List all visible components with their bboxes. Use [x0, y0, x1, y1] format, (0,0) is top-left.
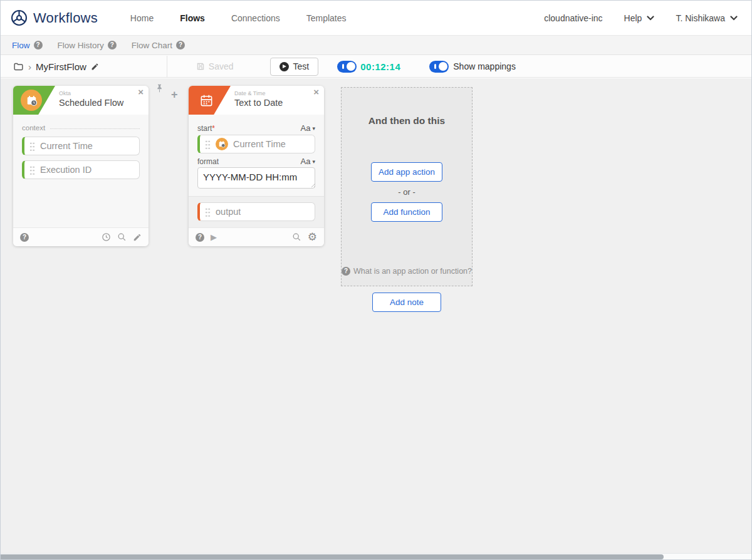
- horizontal-scrollbar-track[interactable]: [1, 553, 751, 559]
- close-icon[interactable]: ×: [313, 86, 319, 97]
- function-card-titles: Date & Time Text to Date: [234, 90, 283, 108]
- next-step-dropzone: And then do this Add app action - or - A…: [341, 87, 473, 286]
- user-name: T. Nishikawa: [676, 13, 725, 23]
- pencil-icon[interactable]: [133, 233, 142, 242]
- required-marker: *: [212, 124, 215, 133]
- trigger-card-header: Okta Scheduled Flow ×: [13, 86, 149, 115]
- start-field-row: start* Aa ▾: [197, 123, 315, 133]
- caret-down-icon: ▾: [312, 158, 315, 165]
- format-field-row: format Aa ▾: [197, 157, 315, 166]
- horizontal-scrollbar-thumb[interactable]: [1, 554, 664, 559]
- dropzone-help-text: What is an app action or function?: [353, 267, 472, 276]
- nav-templates[interactable]: Templates: [306, 13, 347, 23]
- okta-token-icon: [216, 138, 228, 150]
- app-window: Workflows Home Flows Connections Templat…: [0, 0, 752, 560]
- workflows-brand[interactable]: Workflows: [11, 9, 98, 26]
- start-type-selector[interactable]: Aa ▾: [301, 123, 315, 133]
- help-label: Help: [624, 13, 642, 23]
- drag-handle-icon[interactable]: [205, 207, 211, 217]
- dropzone-help-link[interactable]: ? What is an app action or function?: [342, 267, 472, 276]
- help-circle-icon: ?: [342, 267, 350, 276]
- show-mappings-toggle[interactable]: [429, 61, 449, 73]
- nav-flows[interactable]: Flows: [180, 13, 205, 23]
- start-value-token[interactable]: Current Time: [197, 135, 315, 153]
- search-icon[interactable]: [292, 232, 301, 242]
- test-button[interactable]: Test: [270, 58, 319, 76]
- test-play-icon: [279, 62, 289, 71]
- help-circle-icon[interactable]: ?: [108, 41, 117, 49]
- caret-down-icon: ▾: [312, 125, 315, 132]
- drag-handle-icon[interactable]: [29, 165, 35, 175]
- nav-home[interactable]: Home: [130, 13, 154, 23]
- folder-icon[interactable]: [13, 61, 24, 72]
- calendar-icon: [199, 93, 214, 108]
- schedule-clock-icon[interactable]: [102, 232, 111, 242]
- tab-flow-chart-label: Flow Chart: [132, 41, 172, 50]
- function-card-footer: ? ▶ ⚙: [189, 227, 324, 246]
- start-label: start: [197, 124, 212, 133]
- trigger-card[interactable]: Okta Scheduled Flow × context Current Ti…: [13, 86, 149, 246]
- add-app-action-button[interactable]: Add app action: [371, 162, 442, 182]
- tab-flow-chart[interactable]: Flow Chart ?: [132, 41, 185, 50]
- flow-toolbar: › MyFirstFlow Saved Test 00:12:14 Show m…: [1, 56, 751, 78]
- save-icon: [196, 62, 205, 71]
- drag-handle-icon[interactable]: [205, 140, 211, 149]
- edit-name-pencil-icon[interactable]: [91, 63, 99, 71]
- type-selector-label: Aa: [301, 157, 311, 166]
- trigger-app-label: Okta: [59, 90, 123, 96]
- format-input[interactable]: YYYY-MM-DD HH:mm: [197, 167, 315, 189]
- function-card[interactable]: Date & Time Text to Date × start* Aa ▾: [189, 86, 324, 246]
- or-separator: - or -: [398, 187, 415, 197]
- tab-flow-history[interactable]: Flow History ?: [58, 41, 117, 50]
- output-token[interactable]: output: [197, 202, 315, 221]
- timer-group: 00:12:14: [337, 61, 400, 73]
- mappings-group: Show mappings: [429, 61, 516, 73]
- card-help-icon[interactable]: ?: [196, 233, 204, 242]
- context-label: context: [22, 124, 45, 132]
- tab-flow-history-label: Flow History: [58, 41, 104, 50]
- flow-title-group: › MyFirstFlow: [13, 61, 99, 72]
- user-menu[interactable]: T. Nishikawa: [676, 13, 738, 23]
- timer-toggle[interactable]: [337, 61, 357, 73]
- header-right: cloudnative-inc Help T. Nishikawa: [544, 13, 738, 23]
- function-card-header: Date & Time Text to Date ×: [189, 86, 324, 115]
- org-name: cloudnative-inc: [544, 13, 602, 23]
- token-label: Current Time: [40, 141, 93, 151]
- format-type-selector[interactable]: Aa ▾: [301, 157, 315, 166]
- flow-name[interactable]: MyFirstFlow: [36, 61, 86, 72]
- search-icon[interactable]: [117, 232, 127, 242]
- timer-value: 00:12:14: [360, 61, 400, 72]
- tab-flow-label: Flow: [12, 41, 30, 50]
- tab-flow[interactable]: Flow ?: [12, 41, 43, 50]
- add-note-button[interactable]: Add note: [372, 293, 441, 312]
- token-current-time[interactable]: Current Time: [22, 137, 140, 155]
- drag-handle-icon[interactable]: [29, 142, 35, 151]
- context-dotted-rule: [50, 128, 140, 129]
- nav-connections[interactable]: Connections: [231, 13, 280, 23]
- trigger-card-title: Scheduled Flow: [59, 98, 123, 108]
- save-status: Saved: [196, 61, 234, 71]
- flow-subnav: Flow ? Flow History ? Flow Chart ?: [1, 36, 751, 55]
- toolbar-divider: [167, 56, 167, 78]
- brand-title: Workflows: [33, 10, 98, 26]
- saved-label: Saved: [209, 61, 234, 71]
- token-label: Execution ID: [40, 165, 91, 175]
- flow-canvas: Okta Scheduled Flow × context Current Ti…: [1, 78, 751, 553]
- run-step-play-icon[interactable]: ▶: [211, 233, 217, 241]
- help-menu[interactable]: Help: [624, 13, 655, 23]
- main-nav: Home Flows Connections Templates: [130, 13, 347, 23]
- trigger-card-titles: Okta Scheduled Flow: [59, 90, 123, 108]
- close-icon[interactable]: ×: [138, 86, 144, 97]
- help-circle-icon[interactable]: ?: [34, 41, 43, 49]
- help-circle-icon[interactable]: ?: [176, 41, 185, 49]
- gear-icon[interactable]: ⚙: [308, 232, 317, 242]
- add-function-button[interactable]: Add function: [371, 202, 442, 222]
- function-category-label: Date & Time: [234, 90, 283, 96]
- workflows-logo-icon: [11, 9, 28, 26]
- pin-icon[interactable]: [155, 83, 164, 94]
- okta-app-icon: [21, 90, 42, 111]
- card-help-icon[interactable]: ?: [20, 233, 29, 242]
- chevron-down-icon: [730, 16, 738, 21]
- token-execution-id[interactable]: Execution ID: [22, 160, 140, 179]
- insert-card-plus-icon[interactable]: +: [171, 88, 178, 101]
